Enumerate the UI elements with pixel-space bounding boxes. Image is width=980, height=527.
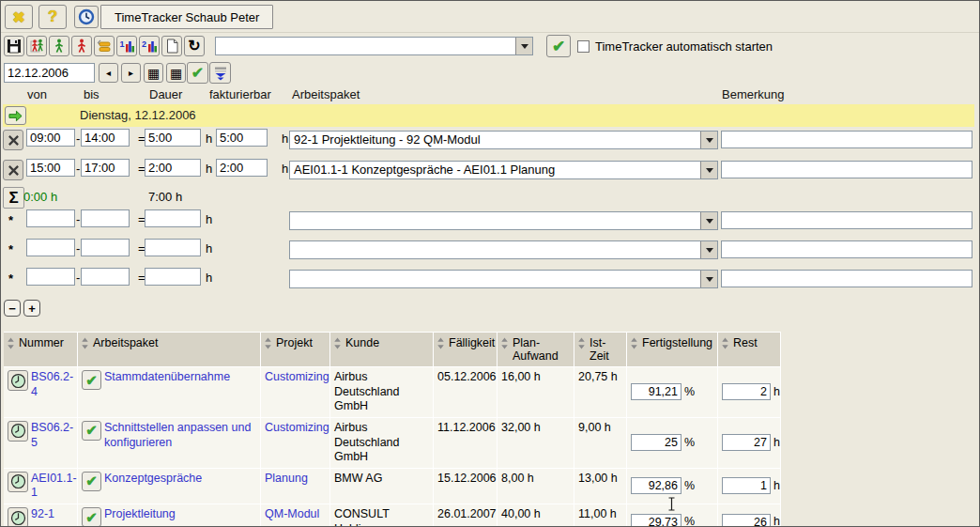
von-input[interactable] (26, 239, 75, 256)
fertigstellung-input[interactable] (631, 514, 681, 527)
confirm-date-button[interactable]: ✔ (187, 62, 208, 84)
sort-icon[interactable] (721, 337, 729, 349)
fertigstellung-input[interactable] (631, 383, 681, 400)
go-day-button[interactable] (5, 106, 26, 125)
rest-input[interactable] (722, 434, 771, 451)
dropdown-arrow-icon[interactable] (700, 271, 717, 287)
done-check-button[interactable]: ✔ (82, 421, 101, 441)
von-input[interactable] (26, 129, 75, 147)
arbeitspaket-link[interactable]: Konzeptgespräche (104, 472, 202, 487)
arbeitspaket-dropdown[interactable]: AEI01.1-1 Konzeptgespräche - AEI01.1 Pla… (289, 161, 718, 179)
rest-input[interactable] (722, 514, 771, 527)
bis-input[interactable] (81, 268, 130, 286)
arbeitspaket-dropdown[interactable] (289, 240, 718, 259)
calendar-button[interactable]: ▦ (144, 63, 163, 83)
delete-entry-button[interactable] (3, 130, 23, 150)
task-quick-dropdown[interactable] (215, 37, 533, 55)
bis-input[interactable] (81, 129, 130, 147)
bis-input[interactable] (81, 239, 130, 256)
bemerkung-input[interactable] (721, 211, 972, 229)
help-button[interactable]: ? (38, 5, 67, 29)
app-clock-button[interactable] (74, 6, 99, 28)
dropdown-arrow-icon[interactable] (700, 241, 717, 258)
start-timer-button[interactable] (8, 507, 28, 527)
projekt-link[interactable]: Planung (265, 472, 308, 485)
bemerkung-input[interactable] (721, 161, 972, 178)
sort-icon[interactable] (500, 337, 509, 349)
start-timer-button[interactable] (8, 370, 28, 391)
start-timer-button[interactable] (8, 472, 28, 492)
hours-unit: h (773, 515, 780, 527)
fertigstellung-input[interactable] (631, 477, 681, 494)
task-list-button[interactable] (94, 36, 115, 56)
arbeitspaket-dropdown[interactable] (289, 211, 718, 230)
remove-row-button[interactable]: − (4, 300, 21, 317)
sort-icon[interactable] (7, 337, 15, 349)
check-in-button[interactable] (49, 36, 69, 56)
fertigstellung-input[interactable] (631, 434, 681, 451)
date-input[interactable] (4, 63, 95, 83)
dropdown-arrow-icon[interactable] (700, 212, 717, 229)
nummer-link[interactable]: BS06.2-5 (31, 421, 73, 450)
close-button[interactable]: ✖ (5, 5, 33, 29)
sort-icon[interactable] (333, 337, 342, 349)
cell-kunde: Airbus Deutschland GmbH (330, 418, 433, 468)
arbeitspaket-link[interactable]: Stammdatenübernahme (104, 370, 230, 385)
projekt-link[interactable]: QM-Modul (265, 507, 319, 520)
arbeitspaket-dropdown[interactable] (289, 270, 718, 288)
autostart-checkbox[interactable] (577, 40, 590, 53)
rest-input[interactable] (722, 477, 771, 494)
arbeitspaket-link[interactable]: Schnittstellen anpassen und konfiguriere… (104, 421, 256, 450)
dropdown-arrow-icon[interactable] (515, 38, 532, 54)
refresh-button[interactable]: ↻ (184, 36, 205, 56)
dash-separator: - (76, 212, 80, 226)
done-check-button[interactable]: ✔ (82, 507, 101, 527)
dropdown-arrow-icon[interactable] (700, 132, 717, 148)
projekt-link[interactable]: Customizing (265, 370, 329, 383)
report1-button[interactable]: 1 (116, 36, 137, 56)
bemerkung-input[interactable] (721, 131, 972, 148)
von-input[interactable] (26, 159, 75, 177)
calendar-week-button[interactable]: ▦ (166, 63, 186, 83)
start-timer-button[interactable] (8, 421, 28, 442)
dauer-input[interactable] (145, 129, 201, 147)
rest-input[interactable] (722, 383, 771, 400)
check-out-button[interactable] (71, 36, 92, 56)
fakturierbar-input[interactable] (216, 129, 268, 147)
projekt-link[interactable]: Customizing (265, 421, 329, 434)
sort-icon[interactable] (436, 337, 445, 349)
collapse-button[interactable] (209, 62, 231, 84)
report2-button[interactable]: 2 (139, 36, 160, 56)
delete-entry-button[interactable] (3, 160, 23, 180)
confirm-task-button[interactable]: ✔ (546, 35, 571, 57)
fakturierbar-input[interactable] (216, 159, 268, 177)
new-entry-button[interactable] (161, 36, 182, 56)
dauer-input[interactable] (145, 239, 201, 256)
bis-input[interactable] (81, 209, 130, 227)
nummer-link[interactable]: 92-1 (31, 507, 54, 522)
arbeitspaket-dropdown[interactable]: 92-1 Projektleitung - 92 QM-Modul (289, 131, 718, 149)
sort-icon[interactable] (264, 337, 272, 349)
done-check-button[interactable]: ✔ (82, 472, 101, 491)
von-input[interactable] (26, 268, 75, 286)
sort-icon[interactable] (81, 337, 89, 349)
done-check-button[interactable]: ✔ (82, 370, 101, 390)
save-button[interactable] (4, 36, 24, 56)
checkinout-all-button[interactable] (26, 36, 47, 56)
next-day-button[interactable]: ▸ (121, 63, 141, 83)
previous-day-button[interactable]: ◂ (99, 63, 118, 83)
dropdown-arrow-icon[interactable] (700, 162, 717, 178)
nummer-link[interactable]: AEI01.1-1 (31, 472, 77, 501)
bemerkung-input[interactable] (721, 270, 972, 287)
arbeitspaket-link[interactable]: Projektleitung (104, 507, 176, 522)
bis-input[interactable] (81, 159, 130, 177)
nummer-link[interactable]: BS06.2-4 (31, 370, 73, 399)
add-row-button[interactable]: + (23, 300, 40, 317)
dauer-input[interactable] (145, 268, 201, 286)
dauer-input[interactable] (145, 209, 201, 227)
sort-icon[interactable] (630, 337, 638, 349)
sort-icon[interactable] (577, 337, 586, 349)
von-input[interactable] (26, 209, 75, 227)
dauer-input[interactable] (145, 159, 201, 177)
bemerkung-input[interactable] (721, 240, 972, 258)
